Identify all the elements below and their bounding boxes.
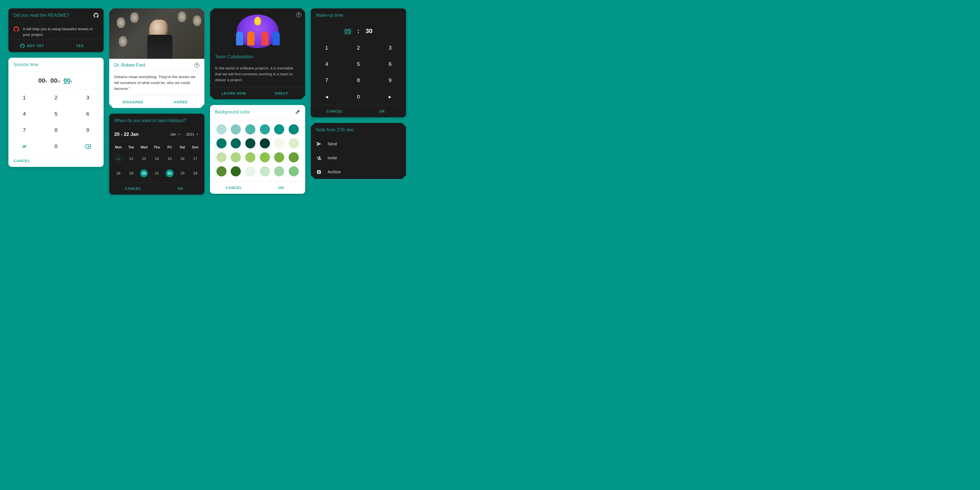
numpad-8[interactable]: 8	[342, 72, 374, 89]
color-swatch[interactable]	[289, 152, 299, 162]
calendar-day[interactable]: 22	[163, 166, 176, 181]
archive-item[interactable]: Archive	[311, 165, 406, 179]
calendar-day[interactable]: 13	[137, 151, 150, 166]
calendar-day[interactable]: 21	[150, 166, 163, 181]
numpad-0[interactable]: 0	[40, 138, 72, 154]
yes-button[interactable]: YES	[56, 40, 103, 52]
team-title: Team Collaboration	[215, 54, 254, 59]
cancel-button[interactable]: CANCEL	[210, 182, 258, 194]
hour-value[interactable]: 05	[344, 27, 351, 35]
color-swatch[interactable]	[231, 124, 241, 134]
readme-body-row: It will help you to setup beautiful shee…	[8, 22, 103, 40]
color-swatch[interactable]	[216, 166, 226, 177]
calendar-day[interactable]: 18	[112, 166, 125, 181]
invite-item[interactable]: Invite	[311, 151, 406, 165]
color-swatch[interactable]	[289, 166, 299, 177]
time-separator: :	[357, 27, 359, 35]
cancel-button[interactable]: CANCEL	[311, 105, 358, 117]
disagree-button[interactable]: DISAGREE	[109, 96, 157, 108]
calendar-day[interactable]: 24	[189, 166, 202, 181]
numpad: 1 2 3 4 5 6 7 8 9 0	[8, 90, 103, 154]
hours-value: 00	[38, 77, 45, 84]
numpad-9[interactable]: 9	[374, 72, 406, 89]
calendar-day[interactable]: 16	[176, 151, 189, 166]
color-swatch[interactable]	[260, 152, 270, 162]
numpad-8[interactable]: 8	[40, 122, 72, 138]
color-swatch[interactable]	[274, 166, 284, 177]
calendar-day[interactable]: 12	[125, 151, 138, 166]
great-button[interactable]: GREAT	[258, 88, 305, 99]
calendar-day[interactable]: 20	[137, 166, 150, 181]
calendar-day[interactable]: 19	[125, 166, 138, 181]
help-icon[interactable]: ?	[194, 63, 199, 68]
numpad-1[interactable]: 1	[8, 90, 40, 106]
numpad-7[interactable]: 7	[311, 72, 342, 89]
backspace-button[interactable]	[72, 138, 103, 154]
numpad-4[interactable]: 4	[311, 56, 342, 72]
color-swatch[interactable]	[260, 138, 270, 148]
color-swatch[interactable]	[216, 138, 226, 148]
color-swatch[interactable]	[245, 124, 255, 134]
numpad-2[interactable]: 2	[40, 90, 72, 106]
seconds-value: 00	[64, 77, 70, 84]
not-yet-button[interactable]: NOT YET	[8, 40, 56, 52]
year-select[interactable]: 2021	[186, 132, 199, 136]
year-label: 2021	[186, 132, 194, 136]
color-swatch[interactable]	[260, 166, 270, 177]
date-range: 20 - 22 Jan	[114, 132, 138, 137]
numpad-3[interactable]: 3	[72, 90, 103, 106]
calendar-day[interactable]: 17	[189, 151, 202, 166]
color-swatch[interactable]	[289, 124, 299, 134]
clear-all-button[interactable]	[8, 138, 40, 154]
cancel-button[interactable]: CANCEL	[8, 155, 35, 167]
color-swatch[interactable]	[216, 152, 226, 162]
color-swatch[interactable]	[274, 124, 284, 134]
eyedropper-icon[interactable]	[295, 110, 300, 115]
color-swatch[interactable]	[274, 152, 284, 162]
numpad-5[interactable]: 5	[40, 106, 72, 122]
minute-value[interactable]: 30	[366, 27, 372, 35]
day-header: Sat	[176, 143, 189, 151]
note-title: Note from 27th dec	[311, 123, 406, 137]
learn-how-button[interactable]: LEARN HOW	[210, 88, 258, 99]
team-body: In the world of software projects, it is…	[210, 62, 305, 87]
clear-all-icon	[21, 143, 27, 150]
ok-button[interactable]: OK	[258, 182, 305, 194]
help-icon[interactable]: ?	[296, 12, 301, 18]
cancel-button[interactable]: CANCEL	[109, 183, 157, 195]
color-swatch[interactable]	[245, 138, 255, 148]
archive-icon	[317, 169, 321, 175]
numpad-6[interactable]: 6	[374, 56, 406, 72]
numpad-0[interactable]: 0	[342, 89, 374, 105]
hours-unit: h	[45, 80, 47, 83]
numpad-9[interactable]: 9	[72, 122, 103, 138]
color-swatch[interactable]	[231, 166, 241, 177]
numpad-5[interactable]: 5	[342, 56, 374, 72]
snooze-card: Snooze time 00h 00m 00s 1 2 3 4 5 6 7 8 …	[8, 58, 103, 167]
ok-button[interactable]: OK	[157, 183, 204, 195]
color-swatch[interactable]	[260, 124, 270, 134]
numpad-2[interactable]: 2	[342, 40, 374, 56]
calendar-day[interactable]: 23	[176, 166, 189, 181]
numpad-6[interactable]: 6	[72, 106, 103, 122]
color-swatch[interactable]	[274, 138, 284, 148]
numpad-3[interactable]: 3	[374, 40, 406, 56]
calendar-day[interactable]: 11	[112, 151, 125, 166]
calendar-day[interactable]: 14	[150, 151, 163, 166]
month-select[interactable]: Jan	[170, 132, 181, 136]
next-button[interactable]: ▸	[374, 89, 406, 105]
numpad-1[interactable]: 1	[311, 40, 342, 56]
color-swatch[interactable]	[289, 138, 299, 148]
color-swatch[interactable]	[245, 152, 255, 162]
color-swatch[interactable]	[216, 124, 226, 134]
numpad-7[interactable]: 7	[8, 122, 40, 138]
agree-button[interactable]: AGREE	[157, 96, 204, 108]
calendar-day[interactable]: 15	[163, 151, 176, 166]
ok-button[interactable]: OK	[358, 105, 406, 117]
color-swatch[interactable]	[245, 166, 255, 177]
send-item[interactable]: Send	[311, 137, 406, 151]
numpad-4[interactable]: 4	[8, 106, 40, 122]
prev-button[interactable]: ◂	[311, 89, 342, 105]
color-swatch[interactable]	[231, 138, 241, 148]
color-swatch[interactable]	[231, 152, 241, 162]
